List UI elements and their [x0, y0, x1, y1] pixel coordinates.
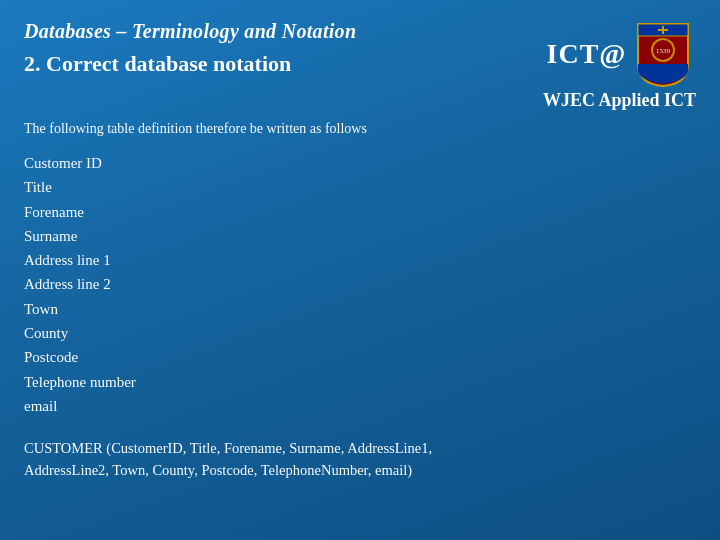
- page-title: Databases – Terminology and Notation: [24, 20, 533, 43]
- field-item: Forename: [24, 200, 194, 224]
- description-text: The following table definition therefore…: [24, 121, 696, 137]
- field-item: Address line 2: [24, 272, 194, 296]
- page: Databases – Terminology and Notation 2. …: [0, 0, 720, 540]
- field-item: Address line 1: [24, 248, 194, 272]
- notation-line2: AddressLine2, Town, County, Postcode, Te…: [24, 460, 696, 482]
- logo-area: ICT@ 1539: [543, 20, 696, 111]
- field-item: County: [24, 321, 194, 345]
- shield-icon: 1539: [634, 20, 692, 88]
- field-item: Postcode: [24, 345, 194, 369]
- field-item: Town: [24, 297, 194, 321]
- notation-line1: CUSTOMER (CustomerID, Title, Forename, S…: [24, 438, 696, 460]
- logo-text-row: ICT@ 1539: [547, 20, 693, 88]
- content-area: Customer IDTitleForenameSurnameAddress l…: [24, 151, 696, 418]
- field-item: Customer ID: [24, 151, 194, 175]
- header-left: Databases – Terminology and Notation 2. …: [24, 20, 533, 77]
- header: Databases – Terminology and Notation 2. …: [24, 20, 696, 111]
- svg-text:1539: 1539: [656, 47, 671, 55]
- notation-block: CUSTOMER (CustomerID, Title, Forename, S…: [24, 438, 696, 482]
- field-item: Telephone number: [24, 370, 194, 394]
- section-title: 2. Correct database notation: [24, 51, 533, 77]
- field-item: email: [24, 394, 194, 418]
- field-item: Surname: [24, 224, 194, 248]
- wjec-label: WJEC Applied ICT: [543, 90, 696, 111]
- field-list: Customer IDTitleForenameSurnameAddress l…: [24, 151, 194, 418]
- field-item: Title: [24, 175, 194, 199]
- ict-at-label: ICT@: [547, 38, 627, 70]
